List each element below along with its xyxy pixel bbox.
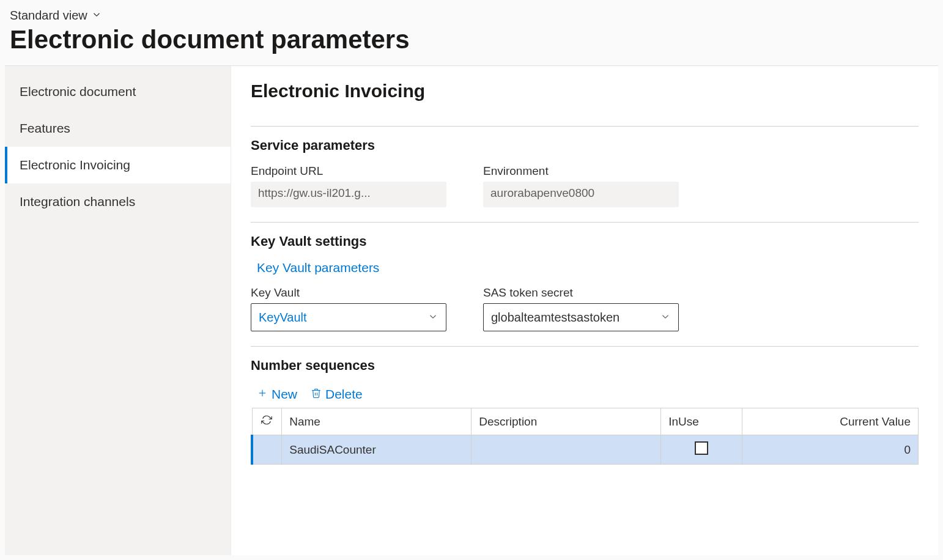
endpoint-url-field: Endpoint URL https://gw.us-il201.g... <box>251 164 446 207</box>
sidebar-item-integration-channels[interactable]: Integration channels <box>5 183 231 220</box>
cell-name[interactable]: SaudiSACounter <box>282 435 472 465</box>
sidebar-item-label: Features <box>20 121 70 135</box>
number-sequences-grid: Name Description InUse Current Value Sau… <box>251 408 919 465</box>
sidebar-item-features[interactable]: Features <box>5 110 231 147</box>
dropdown-value: globalteamtestsastoken <box>491 311 619 325</box>
column-header-name[interactable]: Name <box>282 408 472 435</box>
sas-token-dropdown[interactable]: globalteamtestsastoken <box>483 303 679 331</box>
endpoint-url-input[interactable]: https://gw.us-il201.g... <box>251 182 446 207</box>
table-row[interactable]: SaudiSACounter 0 <box>252 435 919 465</box>
sidebar-item-electronic-document[interactable]: Electronic document <box>5 73 231 110</box>
new-button[interactable]: New <box>256 385 298 404</box>
sidebar: Electronic document Features Electronic … <box>5 66 231 555</box>
row-selector-cell[interactable] <box>252 435 282 465</box>
sidebar-item-electronic-invoicing[interactable]: Electronic Invoicing <box>5 147 231 183</box>
service-parameters-section: Service parameters Endpoint URL https://… <box>251 126 919 207</box>
cell-description[interactable] <box>472 435 661 465</box>
plus-icon <box>257 387 268 402</box>
view-selector[interactable]: Standard view <box>10 9 102 23</box>
button-label: New <box>272 387 297 402</box>
section-title: Key Vault settings <box>251 234 919 249</box>
number-sequences-section: Number sequences New Delete <box>251 346 919 465</box>
sidebar-item-label: Electronic document <box>20 84 136 98</box>
main-title: Electronic Invoicing <box>251 81 919 101</box>
sidebar-item-label: Integration channels <box>20 194 135 208</box>
dropdown-value: KeyVault <box>259 311 307 325</box>
environment-field: Environment aurorabapenve0800 <box>483 164 679 207</box>
section-title: Service parameters <box>251 138 919 153</box>
cell-inuse[interactable] <box>661 435 742 465</box>
chevron-down-icon <box>660 311 671 324</box>
field-label: Key Vault <box>251 286 446 300</box>
field-label: Endpoint URL <box>251 164 446 178</box>
field-label: SAS token secret <box>483 286 679 300</box>
chevron-down-icon <box>91 9 102 22</box>
key-vault-field: Key Vault KeyVault <box>251 286 446 331</box>
column-header-description[interactable]: Description <box>472 408 661 435</box>
column-header-inuse[interactable]: InUse <box>661 408 742 435</box>
column-header-current-value[interactable]: Current Value <box>742 408 919 435</box>
key-vault-parameters-link[interactable]: Key Vault parameters <box>257 260 379 275</box>
key-vault-dropdown[interactable]: KeyVault <box>251 303 446 331</box>
key-vault-section: Key Vault settings Key Vault parameters … <box>251 222 919 331</box>
sidebar-item-label: Electronic Invoicing <box>20 158 130 172</box>
cell-current-value[interactable]: 0 <box>742 435 919 465</box>
main-panel: Electronic Invoicing Service parameters … <box>231 66 938 555</box>
delete-button[interactable]: Delete <box>309 385 364 404</box>
sas-token-field: SAS token secret globalteamtestsastoken <box>483 286 679 331</box>
button-label: Delete <box>325 387 363 402</box>
refresh-icon <box>261 415 272 428</box>
refresh-column-header[interactable] <box>252 408 282 435</box>
trash-icon <box>311 387 322 402</box>
section-title: Number sequences <box>251 358 919 374</box>
checkbox-icon[interactable] <box>695 441 708 455</box>
view-label: Standard view <box>10 9 87 23</box>
field-label: Environment <box>483 164 679 178</box>
chevron-down-icon <box>427 311 438 324</box>
page-title: Electronic document parameters <box>10 25 933 54</box>
environment-input[interactable]: aurorabapenve0800 <box>483 182 679 207</box>
